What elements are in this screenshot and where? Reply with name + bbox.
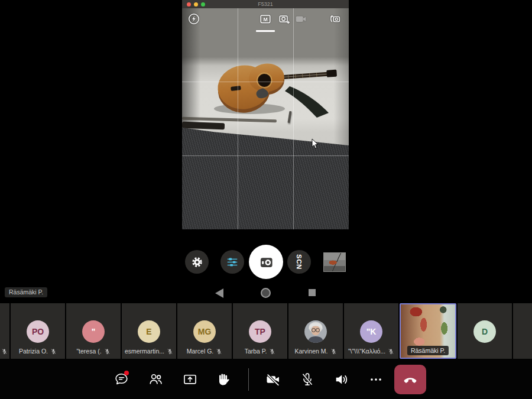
- speaker-button[interactable]: [325, 365, 359, 394]
- people-icon: [148, 371, 164, 387]
- mic-off-icon: [388, 348, 394, 355]
- mic-off-icon: [330, 348, 337, 355]
- avatar: TP: [249, 320, 271, 343]
- manual-mode-icon: M: [259, 12, 272, 25]
- mic-off-icon: [1, 348, 8, 355]
- grid-line: [293, 8, 294, 229]
- shutter-button: [249, 245, 283, 279]
- home-icon: [261, 288, 271, 298]
- mic-off-icon: [167, 348, 173, 355]
- participant-tile[interactable]: " "teresa (.: [66, 303, 121, 359]
- people-button[interactable]: [138, 365, 173, 394]
- grid-line: [238, 8, 238, 229]
- adjustments-icon: [220, 250, 244, 274]
- participant-tile[interactable]: [0, 303, 9, 359]
- camera-off-button[interactable]: [256, 365, 290, 394]
- selected-mode-underline: [256, 30, 275, 32]
- participant-name: Tarba P.: [245, 348, 267, 355]
- participant-name: Karvinen M.: [294, 348, 327, 355]
- svg-text:M: M: [263, 17, 267, 22]
- mic-off-icon: [269, 348, 275, 355]
- participant-tile[interactable]: D: [458, 303, 512, 359]
- participant-name: Räsämäki P.: [407, 346, 449, 355]
- participant-name: "\"\\\"Καλλιό...: [348, 348, 385, 355]
- speaker-icon: [333, 371, 350, 388]
- hang-up-icon: [402, 371, 419, 388]
- participant-tile[interactable]: "K "\"\\\"Καλλιό...: [344, 303, 398, 359]
- participant-tile[interactable]: TP Tarba P.: [233, 303, 287, 359]
- participant-filmstrip: PO Patrizia O. " "teresa (. E esmermarti…: [0, 303, 532, 359]
- chat-notification-badge: [124, 371, 129, 375]
- raise-hand-button[interactable]: [207, 365, 241, 394]
- participant-name: esmermartin...: [125, 348, 164, 355]
- hang-up-button[interactable]: [394, 365, 426, 394]
- settings-gear-icon: [185, 250, 209, 274]
- participant-tile[interactable]: PO Patrizia O.: [11, 303, 65, 359]
- share-screen-button[interactable]: [173, 365, 207, 394]
- video-mode-icon: [294, 12, 307, 25]
- camera-off-icon: [265, 371, 281, 388]
- gallery-thumbnail: [323, 252, 346, 272]
- shared-screen[interactable]: F5321: [182, 0, 349, 300]
- chat-button[interactable]: [104, 365, 138, 394]
- mic-off-button[interactable]: [290, 365, 325, 394]
- avatar: PO: [27, 320, 49, 343]
- participant-tile[interactable]: E esmermartin...: [122, 303, 176, 359]
- avatar: D: [473, 320, 496, 343]
- raise-hand-icon: [216, 372, 232, 387]
- more-button[interactable]: [359, 365, 393, 394]
- mouse-cursor: [312, 138, 319, 150]
- scene-icon: SCN: [287, 250, 311, 274]
- divider: [248, 368, 249, 391]
- mic-off-icon: [104, 348, 111, 355]
- participant-tile[interactable]: [513, 303, 532, 359]
- more-icon: [368, 372, 384, 387]
- avatar: E: [138, 320, 160, 343]
- participant-tile[interactable]: MG Marcel G.: [177, 303, 232, 359]
- participant-tile[interactable]: Karvinen M.: [288, 303, 343, 359]
- participant-tile-video-selected[interactable]: Räsämäki P.: [400, 303, 456, 359]
- avatar: "K: [360, 320, 382, 343]
- call-control-bar: [0, 359, 532, 399]
- avatar: MG: [193, 320, 216, 343]
- phone-window-title: F5321: [182, 0, 349, 8]
- avatar: ": [82, 320, 105, 343]
- grid-line: [182, 155, 349, 156]
- participant-name: Patrizia O.: [19, 348, 48, 355]
- avatar-photo: [304, 320, 327, 343]
- rotate-camera-icon: [329, 12, 342, 25]
- mic-off-icon: [50, 348, 57, 355]
- participant-name: "teresa (.: [76, 348, 101, 355]
- meeting-window: { "phone_window": { "title": "F5321", "c…: [0, 0, 532, 399]
- phone-window-titlebar: F5321: [182, 0, 349, 8]
- presenter-label: Räsämäki P.: [5, 287, 47, 297]
- grid-line: [182, 82, 349, 82]
- camera-plus-icon: [278, 12, 291, 25]
- back-icon: [215, 288, 223, 298]
- mic-off-icon: [216, 348, 222, 355]
- participant-name: Marcel G.: [187, 348, 214, 355]
- flash-icon: [187, 12, 200, 25]
- recents-icon: [309, 289, 316, 296]
- share-screen-icon: [182, 371, 198, 387]
- mic-off-icon: [299, 371, 316, 388]
- guitar-photo: [206, 56, 342, 122]
- camera-viewfinder: M: [182, 8, 349, 229]
